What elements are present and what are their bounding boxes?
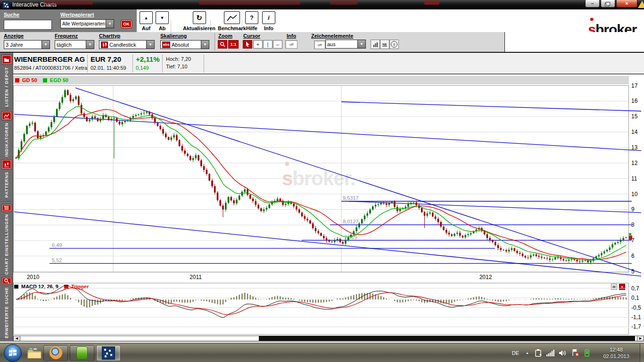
abs-icon: abs	[162, 41, 170, 48]
search-icon	[1, 277, 12, 285]
settings-list-icon	[1, 204, 12, 212]
green-tray-icon[interactable]	[584, 349, 590, 357]
quote-bar: WIENERBERGER AG 852894 / AT0000831706 / …	[0, 53, 644, 74]
instrument-block: WIENERBERGER AG 852894 / AT0000831706 / …	[14, 55, 87, 71]
green-app-taskbar-button[interactable]	[70, 345, 94, 361]
trigger-swatch	[64, 285, 68, 289]
zeichen-off-toggle[interactable]: off	[314, 41, 325, 49]
range-block: Hoch: 7,20 Tief: 7,10	[166, 56, 191, 69]
show-desktop-button[interactable]	[640, 344, 644, 362]
egd50-swatch	[43, 78, 47, 82]
ok-button[interactable]: OK	[121, 20, 132, 28]
tray-expand-icon[interactable]: ▲	[526, 351, 529, 354]
green-app-icon	[76, 346, 88, 360]
cursor-hline-button[interactable]: –	[273, 40, 282, 49]
network-signal-icon[interactable]	[546, 350, 554, 356]
ab-button[interactable]: ▼	[156, 11, 169, 24]
aktualisieren-label: Aktualisieren	[183, 25, 215, 31]
macd-swatch	[14, 285, 18, 289]
system-tray: DE ▲ 12:48 02.01.2013	[512, 344, 644, 362]
skalierung-select[interactable]: abs Absolut▼	[160, 40, 209, 49]
cursor-cross-button[interactable]: +	[253, 40, 263, 49]
horizontal-scrollbar[interactable]: ◀ ▶	[13, 336, 644, 341]
taskbar: DE ▲ 12:48 02.01.2013	[0, 343, 644, 362]
firefox-taskbar-button[interactable]	[43, 345, 68, 361]
volume-icon[interactable]	[559, 350, 567, 356]
info-toggle-label: Info	[287, 33, 296, 39]
sidebar-tab-chart-einstellungen[interactable]: CHART EINSTELLUNGEN	[0, 202, 13, 275]
auf-group: ▲ Auf	[140, 11, 153, 31]
macd-settings-button[interactable]: ▦	[611, 284, 617, 290]
benchmark-label: Benchmark	[218, 25, 246, 31]
hilfe-group: ? Hilfe	[245, 11, 258, 31]
frequenz-select[interactable]: täglich▼	[55, 40, 94, 49]
search-input[interactable]	[4, 20, 52, 30]
cursor-vline-button[interactable]: |	[263, 40, 272, 49]
charttyp-select[interactable]: Candlestick▼	[99, 40, 155, 49]
title-bar: Interactive Charts – ×	[0, 0, 644, 9]
hilfe-label: Hilfe	[246, 25, 257, 31]
background-reflection	[424, 0, 439, 5]
close-button[interactable]: ×	[616, 0, 637, 8]
frequenz-value: täglich	[57, 42, 72, 48]
application-window: Interactive Charts – × Suche Wertpapiera…	[0, 0, 644, 362]
chart-settings-panel: Anzeige 3 Jahre▼ Frequenz täglich▼ Chart…	[0, 32, 505, 52]
scroll-right-arrow[interactable]: ▶	[637, 336, 644, 341]
indicator-wave-icon	[1, 111, 12, 120]
taskbar-clock[interactable]: 12:48 02.01.2013	[596, 346, 636, 360]
background-reflection	[43, 0, 93, 5]
sidebar-tab-label: PATTERNS	[4, 172, 9, 197]
zoom-label: Zoom	[218, 33, 232, 39]
sidebar-tab-patterns[interactable]: PATTERNS	[0, 157, 13, 202]
charttyp-label: Charttyp	[99, 33, 120, 39]
search-panel: Suche Wertpapierart Alle Wertpapierarten…	[0, 9, 137, 32]
explorer-taskbar-icon[interactable]	[27, 347, 41, 359]
instrument-ids: 852894 / AT0000831706 / Xetra	[14, 65, 87, 71]
macd-close-button[interactable]: ×	[619, 284, 625, 290]
zeichen-select[interactable]: aus▼	[325, 40, 366, 49]
benchmark-icon[interactable]	[224, 11, 240, 24]
chevron-down-icon: ▼	[41, 41, 50, 49]
news-icon[interactable]: NE	[380, 40, 389, 49]
start-button[interactable]	[4, 344, 22, 362]
auf-button[interactable]: ▲	[140, 11, 153, 24]
sidebar-tab-erweiterte-suche[interactable]: ERWEITERTE SUCHE	[0, 275, 13, 339]
sidebar-tab-listen-depot[interactable]: LISTEN / DEPOT	[0, 53, 13, 109]
sidebar-tab-label: CHART EINSTELLUNGEN	[4, 214, 9, 275]
zoom-ratio-button[interactable]: 1:1	[228, 40, 239, 49]
ab-group: ▼ Ab	[156, 11, 169, 31]
info-icon[interactable]: i	[262, 11, 275, 24]
action-flag-icon[interactable]	[571, 349, 579, 357]
sidebar-tab-indikatoren[interactable]: INDIKATOREN	[0, 109, 13, 157]
zoom-lens-icon[interactable]	[218, 40, 227, 49]
wertpapierart-value: Alle Wertpapierarten	[62, 21, 105, 26]
interactive-charts-taskbar-button[interactable]	[96, 345, 121, 361]
background-reflection	[199, 0, 300, 5]
zeichen-value: aus	[327, 41, 336, 47]
language-indicator[interactable]: DE	[512, 350, 519, 356]
skalierung-value: Absolut	[172, 42, 189, 48]
minimize-button[interactable]: –	[585, 0, 600, 8]
chevron-down-icon: ▼	[86, 41, 94, 49]
info-off-toggle[interactable]: off	[285, 40, 297, 49]
volume-bars-icon[interactable]	[371, 40, 380, 49]
cursor-label: Cursor	[243, 33, 260, 39]
help-icon[interactable]: ?	[245, 11, 258, 24]
change-block: +2,11% 0,149	[136, 55, 159, 71]
scrollbar-thumb[interactable]	[259, 336, 635, 341]
price-block: EUR 7,20 02.01. 11:40:59	[91, 55, 126, 71]
refresh-icon[interactable]: ↻	[193, 11, 206, 24]
anzeige-select[interactable]: 3 Jahre▼	[4, 40, 50, 49]
action-center-icon[interactable]	[535, 349, 542, 357]
cursor-arrow-icon[interactable]	[243, 40, 252, 49]
splits-icon-letter: S	[391, 41, 397, 48]
windows-flag-icon	[9, 350, 17, 356]
benchmark-group: Benchmark	[218, 11, 246, 31]
auf-label: Auf	[142, 25, 150, 31]
wertpapierart-select[interactable]: Alle Wertpapierarten ▼	[60, 19, 114, 28]
anzeige-value: 3 Jahre	[6, 42, 23, 48]
background-reflection	[330, 0, 357, 5]
scroll-left-arrow[interactable]: ◀	[14, 336, 20, 341]
restore-button[interactable]	[601, 0, 615, 8]
splits-icon[interactable]: S	[389, 40, 399, 49]
